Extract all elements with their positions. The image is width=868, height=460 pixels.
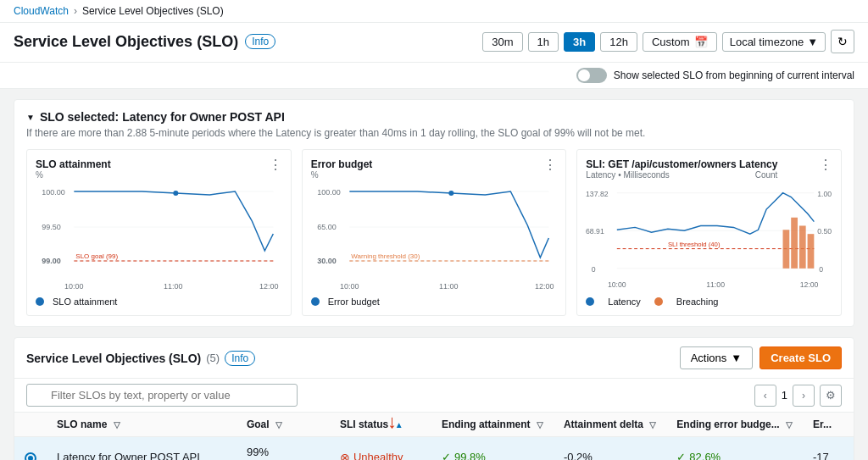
svg-text:12:00: 12:00 — [535, 282, 554, 291]
table-row[interactable]: Latency for Owner POST API 99% 1 day rol… — [14, 437, 854, 461]
legend-dot-error — [311, 297, 320, 306]
refresh-button[interactable]: ↻ — [831, 30, 854, 53]
timezone-selector[interactable]: Local timezone ▼ — [722, 32, 826, 52]
svg-text:12:00: 12:00 — [800, 280, 819, 289]
chart-area-slo: 100.00 99.50 99.00 SLO goal (99) 10 — [36, 183, 282, 293]
slo-table-info-badge[interactable]: Info — [225, 351, 255, 366]
col-header-ending-error-budget[interactable]: Ending error budge... ▽ — [666, 413, 803, 437]
time-btn-30m[interactable]: 30m — [482, 32, 522, 52]
col-header-ending-attainment[interactable]: Ending attainment ▽ — [431, 413, 554, 437]
svg-rect-38 — [808, 234, 815, 269]
page-next-button[interactable]: › — [793, 385, 815, 407]
slo-table-title: Service Level Objectives (SLO) — [26, 352, 201, 365]
row-goal-value-1: 99% — [247, 446, 320, 458]
page-title: Service Level Objectives (SLO) — [14, 33, 238, 51]
svg-text:12:00: 12:00 — [259, 282, 279, 291]
charts-row: SLO attainment % ⋮ 100.00 99.50 99.00 — [26, 149, 842, 316]
time-btn-12h[interactable]: 12h — [600, 32, 637, 52]
check-icon-eb-1: ✓ — [676, 451, 686, 460]
col-header-err-pct[interactable]: Er... — [803, 413, 854, 437]
row-slo-name-1: Latency for Owner POST API — [47, 437, 236, 461]
sli-latency-svg: 137.82 68.91 0 1.00 0.50 0 SLI threshold… — [586, 183, 832, 293]
slo-table-section: Service Level Objectives (SLO) (5) Info … — [14, 337, 854, 460]
svg-text:10:00: 10:00 — [608, 280, 626, 289]
col-header-slo-name[interactable]: SLO name ▽ — [47, 413, 236, 437]
col-label-goal: Goal — [247, 418, 270, 430]
row-sli-status-1: ⊗ Unhealthy — [330, 437, 431, 461]
custom-time-label: Custom — [652, 36, 690, 48]
col-header-attainment-delta[interactable]: Attainment delta ▽ — [554, 413, 666, 437]
error-budget-chart: Error budget % ⋮ 100.00 65.00 30.00 Warn… — [302, 149, 567, 316]
col-label-ending-error-budget: Ending error budge... — [676, 418, 779, 430]
page-prev-button[interactable]: ‹ — [754, 385, 776, 407]
col-sort-ending: ▽ — [537, 420, 543, 430]
svg-text:99.00: 99.00 — [42, 257, 61, 265]
actions-button[interactable]: Actions ▼ — [680, 346, 754, 369]
legend-label-error: Error budget — [328, 297, 380, 307]
table-settings-button[interactable]: ⚙ — [820, 385, 842, 407]
legend-dot-breaching — [654, 297, 663, 306]
slo-attainment-chart: SLO attainment % ⋮ 100.00 99.50 99.00 — [26, 149, 292, 316]
info-badge[interactable]: Info — [245, 34, 275, 49]
legend-dot-latency — [586, 297, 594, 306]
svg-text:0: 0 — [592, 265, 596, 274]
selected-slo-title-row: ▼ SLO selected: Latency for Owner POST A… — [26, 110, 842, 124]
sli-latency-chart: SLI: GET /api/customer/owners Latency La… — [576, 149, 842, 316]
col-sort-goal: ▽ — [275, 420, 282, 430]
col-label-ending-attainment: Ending attainment — [442, 418, 531, 430]
col-header-goal[interactable]: Goal ▽ — [236, 413, 330, 437]
calendar-icon: 📅 — [694, 36, 708, 48]
svg-point-20 — [448, 191, 453, 196]
unhealthy-icon: ⊗ — [340, 451, 350, 461]
selected-slo-title: SLO selected: Latency for Owner POST API — [40, 110, 285, 124]
col-sort-delta: ▽ — [649, 420, 656, 430]
chart-legend-sli: Latency Breaching — [586, 297, 832, 307]
slo-table-title-row: Service Level Objectives (SLO) (5) Info — [26, 351, 255, 366]
selected-slo-panel: ▼ SLO selected: Latency for Owner POST A… — [14, 99, 854, 327]
col-label-err-pct: Er... — [813, 418, 832, 430]
svg-text:100.00: 100.00 — [42, 188, 65, 197]
chart-ylabel-sli-right: Count — [755, 170, 778, 180]
chart-menu-error[interactable]: ⋮ — [543, 158, 557, 172]
col-label-slo-name: SLO name — [57, 418, 107, 430]
breadcrumb-parent[interactable]: CloudWatch — [14, 5, 69, 17]
create-slo-button[interactable]: Create SLO — [760, 346, 842, 369]
svg-text:SLO goal (99): SLO goal (99) — [75, 252, 118, 260]
filter-input[interactable] — [26, 384, 298, 407]
time-btn-3h[interactable]: 3h — [564, 32, 595, 52]
svg-text:10:00: 10:00 — [64, 282, 84, 291]
radio-selected[interactable] — [25, 452, 36, 461]
svg-text:1.00: 1.00 — [818, 190, 832, 198]
chart-area-sli: 137.82 68.91 0 1.00 0.50 0 SLI threshold… — [586, 183, 832, 293]
breadcrumb: CloudWatch › Service Level Objectives (S… — [0, 0, 868, 23]
chevron-down-icon: ▼ — [807, 36, 818, 48]
timezone-label: Local timezone — [730, 36, 804, 48]
svg-text:Warning threshold (30): Warning threshold (30) — [351, 252, 420, 260]
chevron-down-icon: ▼ — [731, 352, 742, 364]
svg-rect-36 — [792, 218, 798, 269]
row-select-1[interactable] — [14, 437, 47, 461]
chart-title-sli: SLI: GET /api/customer/owners Latency — [586, 158, 777, 170]
ending-attainment-value-1: ✓ 99.8% — [442, 451, 543, 460]
svg-text:SLI threshold (40): SLI threshold (40) — [668, 241, 721, 248]
svg-rect-37 — [799, 225, 806, 268]
col-label-sli-status: SLI status — [340, 418, 388, 430]
chart-ylabel-slo: % — [36, 170, 111, 180]
row-err-pct-1: -17 — [803, 437, 854, 461]
sli-status-label-1: Unhealthy — [353, 451, 403, 460]
time-btn-1h[interactable]: 1h — [528, 32, 559, 52]
col-header-select — [14, 413, 47, 437]
chart-menu-slo[interactable]: ⋮ — [269, 158, 282, 172]
show-slo-toggle[interactable] — [576, 68, 607, 83]
chart-legend-error: Error budget — [311, 297, 558, 307]
sli-status-unhealthy: ⊗ Unhealthy — [340, 451, 421, 461]
selected-slo-description: If there are more than 2.88 5-minute per… — [26, 127, 842, 139]
legend-dot-slo — [36, 297, 44, 306]
chart-menu-sli[interactable]: ⋮ — [819, 158, 832, 172]
header-actions: Actions ▼ Create SLO — [680, 346, 842, 369]
custom-time-btn[interactable]: Custom 📅 — [643, 32, 717, 52]
col-header-sli-status[interactable]: SLI status ▲ — [330, 413, 431, 437]
svg-text:0: 0 — [819, 265, 823, 274]
row-goal-1: 99% 1 day rolling — [236, 437, 330, 461]
actions-label: Actions — [691, 352, 727, 364]
